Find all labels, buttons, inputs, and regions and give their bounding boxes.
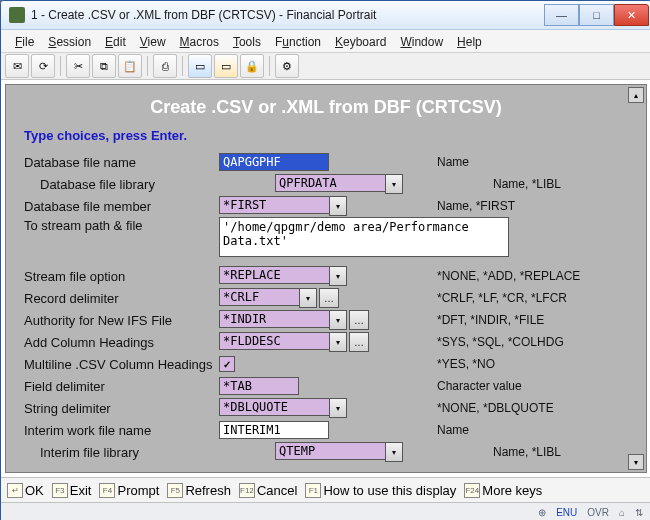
fnkey-icon: F1 <box>305 483 321 498</box>
input-worklib[interactable] <box>275 442 385 460</box>
chevron-down-icon[interactable]: ▾ <box>329 332 347 352</box>
maximize-button[interactable]: □ <box>579 4 614 26</box>
menu-help[interactable]: Help <box>451 33 488 51</box>
fnkey-prompt[interactable]: F4Prompt <box>99 483 159 498</box>
chevron-down-icon[interactable]: ▾ <box>329 266 347 286</box>
input-dbmbr[interactable] <box>219 196 329 214</box>
hint-fdelim: Character value <box>429 379 628 393</box>
menu-keyboard[interactable]: Keyboard <box>329 33 392 51</box>
menu-edit[interactable]: Edit <box>99 33 132 51</box>
menu-window[interactable]: Window <box>394 33 449 51</box>
fnkey-cancel[interactable]: F12Cancel <box>239 483 297 498</box>
hint-worklib: Name, *LIBL <box>485 445 628 459</box>
hint-multi: *YES, *NO <box>429 357 628 371</box>
minimize-button[interactable]: — <box>544 4 579 26</box>
status-ovr: OVR <box>587 507 609 518</box>
menu-file[interactable]: File <box>9 33 40 51</box>
work-area: ▴ ▾ Create .CSV or .XML from DBF (CRTCSV… <box>5 84 647 473</box>
menu-tools[interactable]: Tools <box>227 33 267 51</box>
menu-bar: File Session Edit View Macros Tools Func… <box>1 30 650 53</box>
menu-function[interactable]: Function <box>269 33 327 51</box>
chevron-down-icon[interactable]: ▾ <box>329 196 347 216</box>
fnkey-icon: F3 <box>52 483 68 498</box>
input-opt[interactable] <box>219 266 329 284</box>
input-colhdg[interactable] <box>219 332 329 350</box>
input-auth[interactable] <box>219 310 329 328</box>
window-title: 1 - Create .CSV or .XML from DBF (CRTCSV… <box>31 8 544 22</box>
scroll-up-icon[interactable]: ▴ <box>628 87 644 103</box>
hint-colhdg: *SYS, *SQL, *COLHDG <box>429 335 628 349</box>
label-dbf: Database file name <box>24 154 219 171</box>
instruction-text: Type choices, press Enter. <box>24 128 628 143</box>
chevron-down-icon[interactable]: ▾ <box>329 398 347 418</box>
label-fdelim: Field delimiter <box>24 378 219 395</box>
tool-paste-icon[interactable]: 📋 <box>118 54 142 78</box>
tool-refresh-icon[interactable]: ⟳ <box>31 54 55 78</box>
label-sdelim: String delimiter <box>24 400 219 417</box>
tool-print-icon[interactable]: ⎙ <box>153 54 177 78</box>
tool-screen1-icon[interactable]: ▭ <box>188 54 212 78</box>
fnkey-exit[interactable]: F3Exit <box>52 483 92 498</box>
hint-work: Name <box>429 423 628 437</box>
menu-macros[interactable]: Macros <box>174 33 225 51</box>
fnkey-more[interactable]: F24More keys <box>464 483 542 498</box>
label-auth: Authority for New IFS File <box>24 312 219 329</box>
browse-button[interactable]: … <box>349 332 369 352</box>
chevron-down-icon[interactable]: ▾ <box>299 288 317 308</box>
hint-dbmbr: Name, *FIRST <box>429 199 628 213</box>
fnkey-ok[interactable]: ↵OK <box>7 483 44 498</box>
title-bar[interactable]: 1 - Create .CSV or .XML from DBF (CRTCSV… <box>1 1 650 30</box>
hint-dbf: Name <box>429 155 628 169</box>
input-dbflib[interactable] <box>275 174 385 192</box>
chevron-down-icon[interactable]: ▾ <box>329 310 347 330</box>
app-icon <box>9 7 25 23</box>
chevron-down-icon[interactable]: ▾ <box>385 442 403 462</box>
status-enu: ENU <box>556 507 577 518</box>
hint-rdelim: *CRLF, *LF, *CR, *LFCR <box>429 291 628 305</box>
label-dbflib: Database file library <box>24 176 235 193</box>
input-work[interactable] <box>219 421 329 439</box>
chevron-down-icon[interactable]: ▾ <box>385 174 403 194</box>
tool-copy-icon[interactable]: ⧉ <box>92 54 116 78</box>
tool-lock-icon[interactable]: 🔒 <box>240 54 264 78</box>
browse-button[interactable]: … <box>319 288 339 308</box>
status-net-icon: ⊕ <box>538 507 546 518</box>
fnkey-help[interactable]: F1How to use this display <box>305 483 456 498</box>
browse-button[interactable]: … <box>349 310 369 330</box>
tool-send-icon[interactable]: ✉ <box>5 54 29 78</box>
tool-screen2-icon[interactable]: ▭ <box>214 54 238 78</box>
close-button[interactable]: ✕ <box>614 4 649 26</box>
page-title: Create .CSV or .XML from DBF (CRTCSV) <box>24 97 628 118</box>
fnkey-icon: F24 <box>464 483 480 498</box>
input-rdelim[interactable] <box>219 288 299 306</box>
hint-opt: *NONE, *ADD, *REPLACE <box>429 269 628 283</box>
menu-view[interactable]: View <box>134 33 172 51</box>
label-multi: Multiline .CSV Column Headings <box>24 356 219 373</box>
toolbar: ✉ ⟳ ✂ ⧉ 📋 ⎙ ▭ ▭ 🔒 ⚙ <box>1 53 650 80</box>
label-colhdg: Add Column Headings <box>24 334 219 351</box>
scroll-down-icon[interactable]: ▾ <box>628 454 644 470</box>
input-stream[interactable] <box>219 217 509 257</box>
label-worklib: Interim file library <box>24 444 235 461</box>
label-opt: Stream file option <box>24 268 219 285</box>
label-dbmbr: Database file member <box>24 198 219 215</box>
label-rdelim: Record delimiter <box>24 290 219 307</box>
status-bar: ⊕ ENU OVR ⌂ ⇅ <box>1 502 650 520</box>
hint-dbflib: Name, *LIBL <box>485 177 628 191</box>
status-lock-icon: ⌂ <box>619 507 625 518</box>
fnkey-icon: F12 <box>239 483 255 498</box>
tool-cut-icon[interactable]: ✂ <box>66 54 90 78</box>
fnkey-icon: ↵ <box>7 483 23 498</box>
input-dbf[interactable] <box>219 153 329 171</box>
input-fdelim[interactable] <box>219 377 299 395</box>
tool-config-icon[interactable]: ⚙ <box>275 54 299 78</box>
status-conn-icon: ⇅ <box>635 507 643 518</box>
checkbox-multi[interactable]: ✓ <box>219 356 235 372</box>
fnkey-refresh[interactable]: F5Refresh <box>167 483 231 498</box>
label-stream: To stream path & file <box>24 217 219 234</box>
label-work: Interim work file name <box>24 422 219 439</box>
function-key-bar: ↵OK F3Exit F4Prompt F5Refresh F12Cancel … <box>1 477 650 502</box>
fnkey-icon: F4 <box>99 483 115 498</box>
input-sdelim[interactable] <box>219 398 329 416</box>
menu-session[interactable]: Session <box>42 33 97 51</box>
